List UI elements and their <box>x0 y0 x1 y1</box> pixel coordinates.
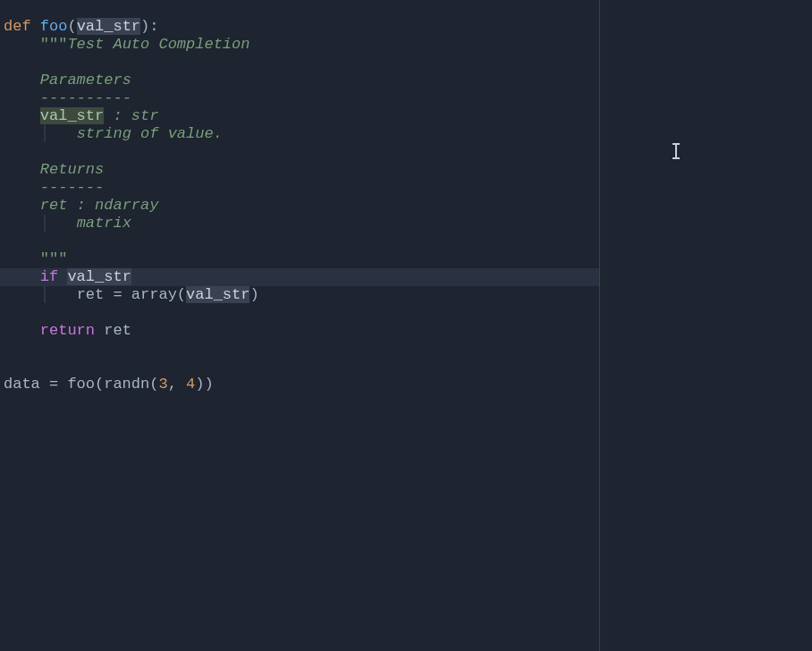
code-line[interactable]: Returns <box>0 161 599 179</box>
code-line-empty[interactable] <box>0 340 599 358</box>
code-line[interactable]: │ string of value. <box>0 125 599 143</box>
docstring-text: ------- <box>40 179 104 196</box>
code-line-empty[interactable] <box>0 232 599 250</box>
indent <box>4 250 40 267</box>
paren-close-colon: ): <box>140 18 158 35</box>
comma: , <box>168 376 186 393</box>
number-literal: 4 <box>186 376 195 393</box>
code-text: ret <box>95 322 131 339</box>
code-line-empty[interactable] <box>0 143 599 161</box>
parameter-highlighted: val_str <box>40 107 104 124</box>
variable-highlighted: val_str <box>186 286 250 303</box>
code-line-empty[interactable] <box>0 358 599 376</box>
code-line[interactable]: ret : ndarray <box>0 197 599 215</box>
indent <box>4 197 40 214</box>
code-line-empty[interactable] <box>0 304 599 322</box>
number-literal: 3 <box>158 376 167 393</box>
indent <box>49 125 77 142</box>
code-editor[interactable]: def foo(val_str): """Test Auto Completio… <box>0 0 599 651</box>
indent <box>4 72 40 89</box>
indent <box>4 179 40 196</box>
code-line[interactable]: val_str : str <box>0 107 599 125</box>
docstring-text: ret : ndarray <box>40 197 159 214</box>
docstring-text: Test Auto Completion <box>67 36 250 53</box>
keyword-return: return <box>40 322 95 339</box>
code-line[interactable]: """ <box>0 250 599 268</box>
docstring-text: matrix <box>77 215 131 232</box>
indent <box>49 215 77 232</box>
code-line-empty[interactable] <box>0 54 599 72</box>
docstring-text: string of value. <box>77 125 223 142</box>
code-line[interactable]: Parameters <box>0 72 599 89</box>
text-cursor-icon <box>671 143 681 159</box>
indent <box>49 286 77 303</box>
indent <box>4 107 40 124</box>
code-line[interactable]: data = foo(randn(3, 4)) <box>0 376 599 393</box>
paren-open: ( <box>67 18 76 35</box>
code-line[interactable]: def foo(val_str): <box>0 18 599 36</box>
indent <box>4 322 40 339</box>
code-text: data = foo(randn( <box>4 376 158 393</box>
docstring-text: Returns <box>40 161 104 178</box>
indent-guide: │ <box>40 215 49 232</box>
keyword-if: if <box>40 268 68 285</box>
column-ruler <box>599 0 600 651</box>
indent <box>4 36 40 53</box>
indent <box>4 125 40 142</box>
docstring-text: : str <box>104 107 158 124</box>
docstring-delimiter: """ <box>40 250 68 267</box>
code-line[interactable]: │ matrix <box>0 215 599 232</box>
code-line[interactable]: return ret <box>0 322 599 340</box>
indent-guide: │ <box>40 125 49 142</box>
code-text: )) <box>195 376 213 393</box>
keyword-def: def <box>4 18 40 35</box>
code-line[interactable]: │ ret = array(val_str) <box>0 286 599 304</box>
function-name: foo <box>40 18 68 35</box>
indent <box>4 89 40 106</box>
indent-guide: │ <box>40 286 49 303</box>
code-line-current[interactable]: if val_str <box>0 268 599 286</box>
docstring-text: Parameters <box>40 72 131 89</box>
indent <box>4 268 40 285</box>
docstring-text: ---------- <box>40 89 131 106</box>
parameter-highlighted: val_str <box>77 18 140 35</box>
docstring-delimiter: """ <box>40 36 68 53</box>
code-line[interactable]: ---------- <box>0 89 599 107</box>
code-text: ) <box>250 286 258 303</box>
code-line[interactable]: ------- <box>0 179 599 197</box>
code-line[interactable]: """Test Auto Completion <box>0 36 599 54</box>
indent <box>4 286 40 303</box>
code-text: ret = array( <box>77 286 186 303</box>
indent <box>4 215 40 232</box>
variable-highlighted: val_str <box>67 268 131 285</box>
indent <box>4 161 40 178</box>
